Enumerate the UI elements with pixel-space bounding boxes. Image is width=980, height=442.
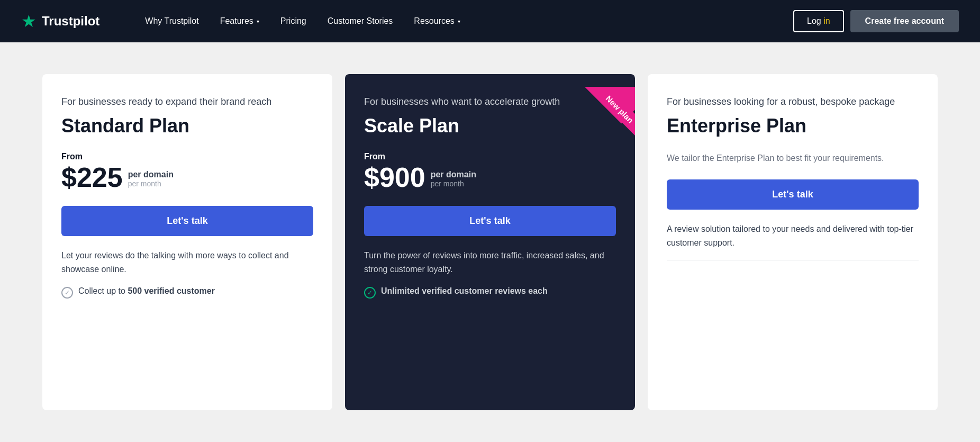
standard-plan-card: For businesses ready to expand their bra… (42, 74, 332, 410)
standard-price-row: $225 per domain per month (61, 164, 313, 191)
login-button[interactable]: Log in (793, 10, 844, 32)
features-chevron-down-icon: ▾ (257, 19, 259, 24)
enterprise-plan-card: For businesses looking for a robust, bes… (648, 74, 938, 410)
nav-links: Why Trustpilot Features ▾ Pricing Custom… (137, 12, 777, 30)
scale-subtitle: For businesses who want to accelerate gr… (364, 95, 616, 109)
standard-subtitle: For businesses ready to expand their bra… (61, 95, 313, 109)
standard-title: Standard Plan (61, 115, 313, 137)
navbar: ★ Trustpilot Why Trustpilot Features ▾ P… (0, 0, 980, 42)
scale-cta-button[interactable]: Let's talk (364, 206, 616, 236)
nav-pricing[interactable]: Pricing (272, 12, 315, 30)
scale-title: Scale Plan (364, 115, 616, 137)
scale-price-row: $900 per domain per month (364, 164, 616, 191)
scale-feature-text: Unlimited verified customer reviews each (381, 286, 548, 296)
enterprise-divider (667, 260, 919, 260)
standard-price-section: From $225 per domain per month (61, 152, 313, 191)
nav-features[interactable]: Features ▾ (212, 12, 268, 30)
standard-price-amount: $225 (61, 164, 123, 191)
standard-feature-text: Collect up to 500 verified customer (78, 286, 215, 296)
brand-logo[interactable]: ★ Trustpilot (21, 13, 99, 30)
brand-name: Trustpilot (42, 14, 99, 29)
brand-star-icon: ★ (21, 13, 37, 30)
scale-plan-card: New plan For businesses who want to acce… (345, 74, 635, 410)
scale-price-meta: per domain per month (431, 170, 476, 191)
resources-chevron-down-icon: ▾ (458, 19, 460, 24)
scale-description: Turn the power of reviews into more traf… (364, 249, 616, 276)
scale-check-icon: ✓ (364, 287, 376, 299)
enterprise-cta-button[interactable]: Let's talk (667, 179, 919, 210)
nav-actions: Log in Create free account (793, 10, 959, 32)
nav-why-trustpilot[interactable]: Why Trustpilot (137, 12, 207, 30)
scale-per-month: per month (431, 179, 476, 188)
standard-per-month: per month (128, 179, 174, 188)
nav-customer-stories[interactable]: Customer Stories (319, 12, 402, 30)
standard-cta-button[interactable]: Let's talk (61, 206, 313, 236)
enterprise-cta-description: A review solution tailored to your needs… (667, 222, 919, 249)
scale-price-section: From $900 per domain per month (364, 152, 616, 191)
scale-feature-item: ✓ Unlimited verified customer reviews ea… (364, 286, 616, 299)
standard-feature-item: ✓ Collect up to 500 verified customer (61, 286, 313, 299)
create-account-button[interactable]: Create free account (850, 10, 959, 32)
enterprise-subtitle: For businesses looking for a robust, bes… (667, 95, 919, 109)
scale-per-domain: per domain (431, 170, 476, 179)
standard-per-domain: per domain (128, 170, 174, 179)
main-content: For businesses ready to expand their bra… (0, 42, 980, 442)
standard-price-meta: per domain per month (128, 170, 174, 191)
scale-price-amount: $900 (364, 164, 425, 191)
standard-from-label: From (61, 152, 313, 161)
nav-resources[interactable]: Resources ▾ (405, 12, 468, 30)
standard-description: Let your reviews do the talking with mor… (61, 249, 313, 276)
enterprise-description: We tailor the Enterprise Plan to best fi… (667, 152, 919, 165)
scale-from-label: From (364, 152, 616, 161)
enterprise-title: Enterprise Plan (667, 115, 919, 137)
standard-check-icon: ✓ (61, 287, 73, 299)
